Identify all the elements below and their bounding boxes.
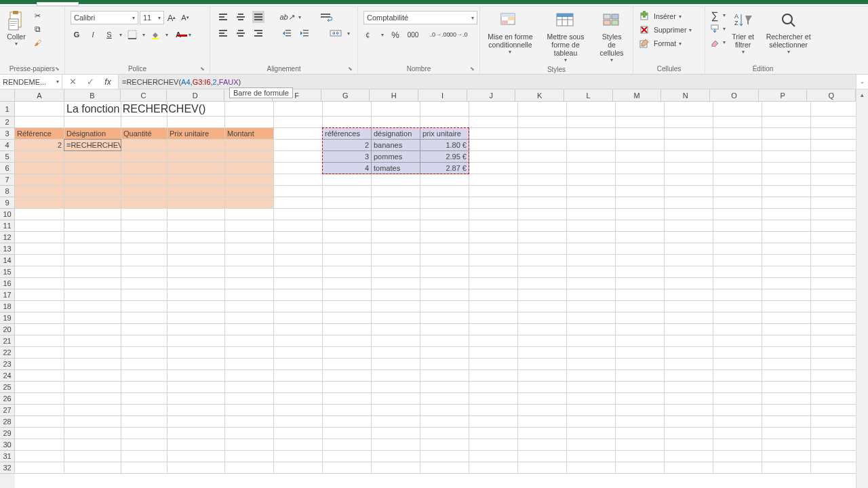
cell[interactable] (274, 370, 323, 382)
cell[interactable] (121, 324, 167, 336)
autosum-button[interactable]: ∑▾ (709, 9, 726, 20)
cell[interactable] (469, 382, 518, 393)
cell[interactable] (469, 151, 518, 163)
cell[interactable] (567, 163, 616, 174)
cell[interactable] (274, 117, 323, 128)
column-header[interactable]: Q (807, 89, 856, 102)
cell[interactable] (64, 301, 121, 312)
format-button[interactable]: Format▾ (639, 37, 682, 50)
cell[interactable] (469, 220, 518, 232)
cell[interactable] (167, 209, 225, 220)
row-header[interactable]: 7 (0, 174, 15, 186)
cell[interactable] (811, 347, 860, 359)
cell[interactable] (811, 462, 860, 474)
cell[interactable] (274, 439, 323, 451)
cell[interactable] (420, 197, 469, 209)
row-header[interactable]: 22 (0, 347, 15, 359)
cell[interactable] (167, 186, 225, 197)
cell[interactable] (225, 266, 274, 278)
cell[interactable] (616, 416, 665, 428)
cell[interactable] (15, 439, 64, 451)
cell[interactable] (121, 451, 167, 462)
cell[interactable] (167, 163, 225, 174)
cell[interactable] (323, 405, 372, 416)
cell[interactable] (518, 451, 567, 462)
cell[interactable] (713, 451, 762, 462)
cell[interactable] (225, 382, 274, 393)
cell[interactable] (665, 347, 713, 359)
cell[interactable] (567, 209, 616, 220)
cell[interactable] (64, 243, 121, 255)
cell[interactable] (469, 359, 518, 370)
cell[interactable] (167, 289, 225, 301)
cell[interactable] (64, 163, 121, 174)
underline-button[interactable]: S (103, 28, 115, 41)
cell[interactable] (616, 102, 665, 117)
cell[interactable] (811, 289, 860, 301)
cell[interactable] (762, 370, 811, 382)
cell[interactable] (167, 220, 225, 232)
cell[interactable] (762, 174, 811, 186)
cell[interactable] (323, 197, 372, 209)
cell[interactable] (811, 382, 860, 393)
cell[interactable] (665, 163, 713, 174)
cell[interactable] (713, 347, 762, 359)
cell[interactable] (518, 140, 567, 151)
cell[interactable] (323, 382, 372, 393)
cell[interactable] (811, 117, 860, 128)
cell[interactable] (518, 416, 567, 428)
cell[interactable] (64, 151, 121, 163)
bold-button[interactable]: G (71, 28, 83, 41)
cell[interactable] (665, 255, 713, 266)
cell[interactable] (323, 117, 372, 128)
cell[interactable] (762, 439, 811, 451)
cell[interactable]: Référence (15, 128, 64, 140)
cell[interactable] (811, 278, 860, 289)
cell[interactable] (518, 209, 567, 220)
cell[interactable] (274, 359, 323, 370)
cell[interactable] (15, 370, 64, 382)
cancel-formula-button[interactable]: ✕ (66, 76, 79, 88)
cell[interactable] (762, 382, 811, 393)
column-header[interactable]: C (121, 89, 167, 102)
row-header[interactable]: 10 (0, 209, 15, 220)
cell[interactable] (372, 102, 420, 117)
cell[interactable] (469, 117, 518, 128)
row-header[interactable]: 2 (0, 117, 15, 128)
cell[interactable] (713, 151, 762, 163)
cell[interactable] (616, 428, 665, 439)
cell[interactable] (665, 359, 713, 370)
cell[interactable]: prix unitaire (420, 128, 469, 140)
cell[interactable] (323, 324, 372, 336)
cell[interactable] (225, 370, 274, 382)
cell[interactable] (518, 102, 567, 117)
row-headers[interactable]: 1234567891011121314151617181920212223242… (0, 102, 15, 488)
cell[interactable] (420, 220, 469, 232)
cell[interactable] (713, 128, 762, 140)
cell[interactable] (323, 347, 372, 359)
cell[interactable] (567, 140, 616, 151)
row-header[interactable]: 5 (0, 151, 15, 163)
cell[interactable] (274, 232, 323, 243)
cell[interactable] (15, 174, 64, 186)
row-header[interactable]: 9 (0, 197, 15, 209)
column-header[interactable]: D (167, 89, 224, 102)
cell[interactable] (469, 462, 518, 474)
cell[interactable] (323, 174, 372, 186)
cell[interactable] (665, 336, 713, 347)
cell[interactable] (420, 439, 469, 451)
cell[interactable] (567, 220, 616, 232)
column-header[interactable]: B (64, 89, 121, 102)
cell[interactable] (665, 428, 713, 439)
cell[interactable] (323, 393, 372, 405)
align-left-button[interactable] (217, 27, 229, 39)
cell[interactable] (518, 163, 567, 174)
cell[interactable] (518, 117, 567, 128)
cell[interactable] (811, 359, 860, 370)
cell[interactable] (167, 439, 225, 451)
name-box[interactable]: RENDEME...▾ (0, 75, 62, 89)
cell[interactable] (518, 186, 567, 197)
cell[interactable] (167, 462, 225, 474)
row-header[interactable]: 11 (0, 220, 15, 232)
cell[interactable] (274, 405, 323, 416)
